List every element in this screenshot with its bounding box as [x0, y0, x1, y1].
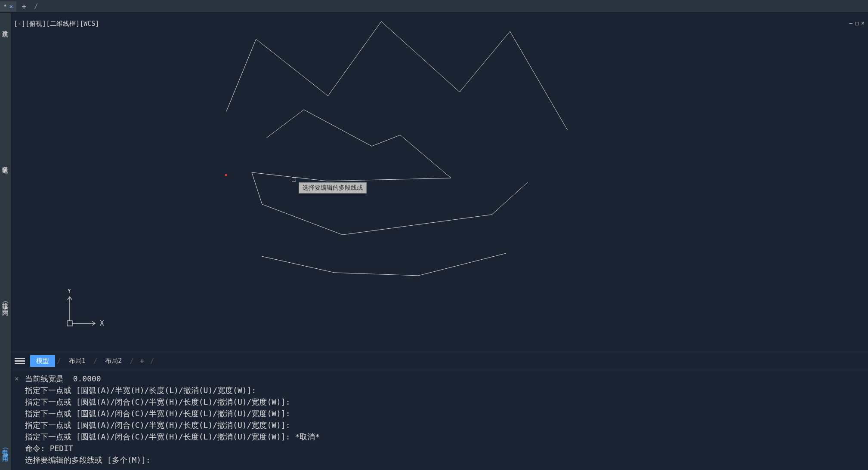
tool-palette-sidebar: 建筑 暖通 给排水(室内) 电气(民用) [0, 13, 11, 470]
command-line-panel[interactable]: × 当前线宽是 0.0000指定下一点或 [圆弧(A)/半宽(H)/长度(L)/… [11, 370, 868, 470]
ucs-icon: X Y [67, 289, 114, 336]
command-history-line: 当前线宽是 0.0000 [25, 373, 865, 384]
close-command-icon[interactable]: × [15, 374, 19, 384]
sidebar-item-architecture[interactable]: 建筑 [0, 13, 11, 40]
layout-sep-4: / [148, 357, 156, 365]
svg-rect-0 [67, 321, 72, 326]
command-history-line: 命令: PEDIT [25, 442, 865, 454]
ucs-y-label: Y [67, 289, 71, 295]
command-history-line: 指定下一点或 [圆弧(A)/闭合(C)/半宽(H)/长度(L)/撤消(U)/宽度… [25, 431, 865, 442]
command-history: 当前线宽是 0.0000指定下一点或 [圆弧(A)/半宽(H)/长度(L)/撤消… [25, 373, 865, 466]
tab-layout2[interactable]: 布局2 [99, 355, 128, 367]
polyline-entity[interactable] [262, 253, 506, 276]
sidebar-item-hvac[interactable]: 暖通 [0, 149, 11, 176]
ucs-x-label: X [100, 319, 104, 327]
layout-sep-1: / [55, 357, 63, 365]
sidebar-item-plumbing[interactable]: 给排水(室内) [0, 285, 11, 324]
tab-model[interactable]: 模型 [30, 355, 55, 367]
add-tab-button[interactable]: + [16, 2, 31, 11]
command-history-line: 指定下一点或 [圆弧(A)/半宽(H)/长度(L)/撤消(U)/宽度(W)]: [25, 384, 865, 396]
layout-tab-bar: 模型 / 布局1 / 布局2 / + / [11, 352, 868, 370]
polyline-entity[interactable] [252, 110, 528, 235]
tab-layout1[interactable]: 布局1 [63, 355, 92, 367]
red-marker [225, 174, 227, 176]
sidebar-item-electrical[interactable]: 电气(民用) [0, 432, 11, 470]
command-history-line: 指定下一点或 [圆弧(A)/闭合(C)/半宽(H)/长度(L)/撤消(U)/宽度… [25, 396, 865, 408]
drawing-tab-bar: * × + / [0, 0, 868, 13]
command-history-line: 指定下一点或 [圆弧(A)/闭合(C)/半宽(H)/长度(L)/撤消(U)/宽度… [25, 408, 865, 419]
cursor-tooltip: 选择要编辑的多段线或 [299, 182, 367, 194]
layout-sep-2: / [92, 357, 99, 365]
layout-sep-3: / [128, 357, 136, 365]
tab-separator: / [31, 2, 41, 10]
command-history-line: 指定下一点或 [圆弧(A)/闭合(C)/半宽(H)/长度(L)/撤消(U)/宽度… [25, 419, 865, 431]
command-history-line: 选择要编辑的多段线或 [多个(M)]: [25, 454, 865, 466]
close-icon[interactable]: × [9, 3, 13, 10]
polyline-entity[interactable] [226, 22, 568, 130]
drawing-canvas[interactable]: [-][俯视][二维线框][WCS] – □ ✕ 选择要编辑的多段线或 X Y [11, 13, 868, 352]
add-layout-button[interactable]: + [136, 357, 148, 365]
drawing-svg [11, 13, 868, 352]
hamburger-icon[interactable] [15, 356, 25, 366]
active-tab[interactable]: * × [0, 1, 16, 12]
tab-label: * [3, 3, 7, 9]
